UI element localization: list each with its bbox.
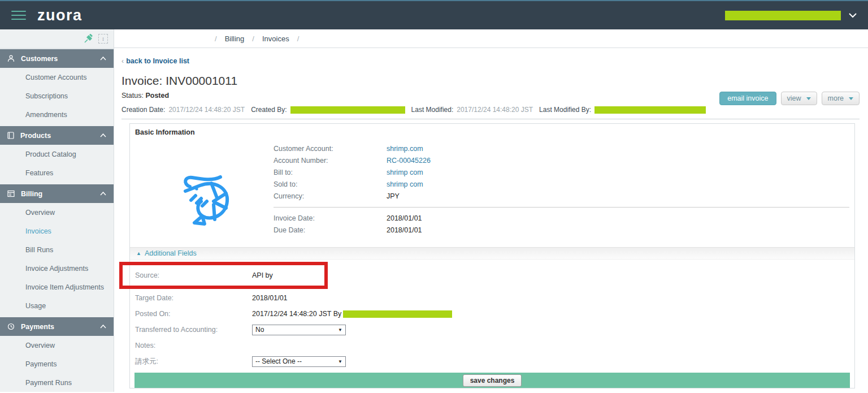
sidebar-item-payment-runs[interactable]: Payment Runs: [0, 373, 114, 392]
sidebar-item-subscriptions[interactable]: Subscriptions: [0, 87, 114, 105]
redacted-account-name: [725, 11, 841, 20]
sidebar-section-billing: Billing Overview Invoices Bill Runs Invo…: [0, 184, 114, 315]
account-number-link[interactable]: RC-00045226: [387, 157, 431, 165]
sidebar-item-payments[interactable]: Payments: [0, 355, 114, 373]
main-content: / Billing / Invoices / ‹back to Invoice …: [114, 29, 868, 392]
last-modified-label: Last Modified:: [411, 106, 454, 114]
sidebar-item-amendments[interactable]: Amendments: [0, 105, 114, 124]
save-bar: save changes: [134, 373, 850, 388]
dropdown-arrow-icon: [849, 97, 853, 100]
chevron-up-icon: [100, 133, 106, 137]
additional-fields-body: Source: API by Target Date: 2018/01/01 P…: [130, 260, 854, 369]
sidebar-header-payments[interactable]: Payments: [0, 317, 114, 336]
breadcrumb-invoices[interactable]: Invoices: [262, 34, 289, 43]
chevron-up-icon: [100, 192, 106, 196]
chevron-up-icon: [100, 325, 106, 329]
sidebar-item-invoices[interactable]: Invoices: [0, 222, 114, 240]
topbar: zuora: [0, 0, 868, 29]
sidebar-pin-strip: ↕: [0, 29, 114, 49]
field-billing-source: 請求元: -- Select One -- ▼: [135, 353, 849, 369]
email-invoice-button[interactable]: email invoice: [719, 92, 776, 105]
section-label: Customers: [21, 55, 58, 63]
sidebar-section-payments: Payments Overview Payments Payment Runs: [0, 317, 114, 392]
last-modified-by-label: Last Modified By:: [539, 106, 591, 114]
action-buttons: email invoice view more: [719, 92, 860, 105]
more-dropdown-button[interactable]: more: [822, 92, 860, 105]
sidebar-section-products: Products Product Catalog Features: [0, 126, 114, 182]
collapse-caret-icon: ▲: [136, 251, 141, 256]
target-date-value: 2018/01/01: [252, 294, 288, 302]
invoice-date-value: 2018/01/01: [387, 214, 422, 222]
redacted-created-by: [290, 106, 405, 114]
dropdown-arrow-icon: [806, 97, 811, 100]
page-title: Invoice: INV00001011: [121, 74, 860, 88]
field-posted-on: Posted On: 2017/12/24 14:48:20 JST By: [135, 306, 849, 322]
sidebar-item-customer-accounts[interactable]: Customer Accounts: [0, 68, 114, 87]
invoice-detail-panel: Basic Information: [129, 123, 855, 388]
field-sold-to: Sold to: shrimp com: [274, 178, 849, 190]
sidebar-section-customers: Customers Customer Accounts Subscription…: [0, 49, 114, 124]
sidebar-item-usage[interactable]: Usage: [0, 296, 114, 315]
sidebar-header-customers[interactable]: Customers: [0, 49, 114, 68]
section-label: Products: [20, 132, 51, 140]
section-label: Billing: [21, 190, 42, 198]
sidebar-item-payments-overview[interactable]: Overview: [0, 336, 114, 355]
redacted-posted-by: [343, 310, 452, 318]
due-date-value: 2018/01/01: [387, 226, 422, 234]
billing-source-select[interactable]: -- Select One -- ▼: [252, 356, 346, 367]
source-highlight-annotation: Source: API by: [119, 262, 328, 289]
last-modified-value: 2017/12/24 14:48:20 JST: [457, 106, 533, 114]
status-label: Status:: [121, 92, 144, 100]
field-bill-to: Bill to: shrimp com: [274, 166, 849, 178]
zuora-logo: zuora: [37, 7, 83, 24]
field-account-number: Account Number: RC-00045226: [274, 154, 849, 166]
creation-date-label: Creation Date:: [121, 106, 165, 114]
field-customer-account: Customer Account: shrimp.com: [274, 142, 849, 154]
chevron-down-icon[interactable]: [849, 13, 857, 18]
chevron-up-icon: [100, 57, 106, 61]
invoice-meta-row: Creation Date: 2017/12/24 14:48:20 JST C…: [121, 106, 860, 119]
field-invoice-date: Invoice Date: 2018/01/01: [274, 212, 849, 224]
hamburger-menu-icon[interactable]: [11, 11, 26, 20]
status-value: Posted: [145, 92, 169, 100]
select-arrow-icon: ▼: [338, 359, 342, 364]
field-source: Source: API by: [135, 271, 324, 280]
payments-icon: [7, 323, 15, 330]
posted-on-value: 2017/12/24 14:48:20 JST By: [252, 310, 341, 318]
sidebar-header-products[interactable]: Products: [0, 126, 114, 145]
back-arrow-icon: ‹: [121, 57, 124, 65]
bill-to-link[interactable]: shrimp com: [387, 169, 423, 176]
sidebar-item-invoice-item-adjustments[interactable]: Invoice Item Adjustments: [0, 278, 114, 296]
basic-info-fields: Customer Account: shrimp.com Account Num…: [274, 142, 849, 236]
sidebar-item-product-catalog[interactable]: Product Catalog: [0, 145, 114, 163]
sidebar-item-billing-overview[interactable]: Overview: [0, 203, 114, 222]
transferred-to-accounting-select[interactable]: No ▼: [252, 325, 346, 335]
basic-information-title: Basic Information: [130, 124, 854, 138]
sidebar-item-features[interactable]: Features: [0, 163, 114, 182]
billing-icon: [7, 190, 15, 197]
created-by-label: Created By:: [251, 106, 287, 114]
field-notes: Notes:: [135, 338, 849, 353]
sold-to-link[interactable]: shrimp com: [387, 180, 423, 188]
sidebar: ↕ Customers Customer Accounts Subscripti…: [0, 29, 114, 392]
view-dropdown-button[interactable]: view: [781, 92, 817, 105]
resize-sidebar-icon[interactable]: ↕: [98, 34, 108, 44]
creation-date-value: 2017/12/24 14:48:20 JST: [168, 106, 245, 114]
field-due-date: Due Date: 2018/01/01: [274, 224, 849, 236]
back-to-invoice-list-link[interactable]: ‹back to Invoice list: [121, 57, 189, 65]
sidebar-header-billing[interactable]: Billing: [0, 184, 114, 203]
additional-fields-toggle[interactable]: ▲ Additional Fields: [130, 247, 854, 260]
save-changes-button[interactable]: save changes: [463, 374, 522, 387]
breadcrumb-billing[interactable]: Billing: [225, 34, 245, 43]
pin-icon[interactable]: [84, 34, 93, 44]
sidebar-item-bill-runs[interactable]: Bill Runs: [0, 240, 114, 259]
customer-account-link[interactable]: shrimp.com: [387, 145, 423, 153]
divider: [274, 207, 849, 208]
account-logo: [135, 142, 274, 236]
customers-icon: [7, 55, 15, 62]
sidebar-nav: Customers Customer Accounts Subscription…: [0, 49, 114, 392]
field-transferred-to-accounting: Transferred to Accounting: No ▼: [135, 322, 849, 338]
source-value: API by: [252, 271, 273, 279]
sidebar-item-invoice-adjustments[interactable]: Invoice Adjustments: [0, 259, 114, 278]
field-currency: Currency: JPY: [274, 190, 849, 202]
